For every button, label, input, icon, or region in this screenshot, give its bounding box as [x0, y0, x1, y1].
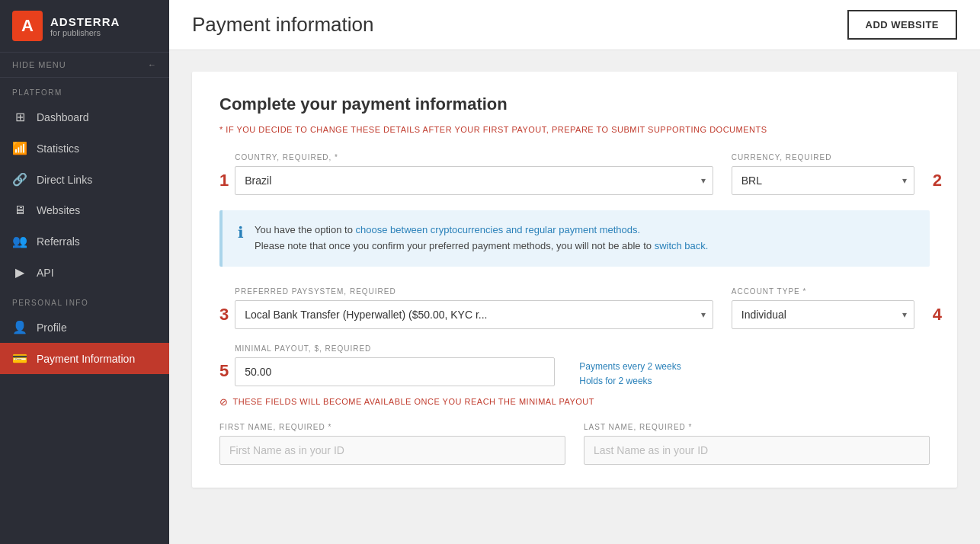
last-name-input[interactable]: [584, 436, 930, 465]
sidebar-item-websites[interactable]: 🖥 Websites: [0, 195, 169, 226]
main-content: Payment information ADD WEBSITE Complete…: [169, 0, 980, 544]
last-name-label: LAST NAME, REQUIRED *: [584, 423, 930, 431]
notice-icon: ⊘: [219, 396, 229, 408]
paysystem-row: 3 PREFERRED PAYSYSTEM, REQUIRED Local Ba…: [219, 285, 930, 329]
payment-form-card: Complete your payment information * IF Y…: [192, 72, 957, 488]
minimal-payout-input[interactable]: [235, 357, 555, 386]
sidebar-item-label: Payment Information: [37, 353, 135, 365]
logo-icon: A: [12, 11, 43, 41]
sidebar-item-label: Profile: [37, 322, 67, 334]
currency-group: CURRENCY, REQUIRED BRL: [732, 153, 914, 195]
info-line2: Please note that once you confirm your p…: [255, 238, 708, 254]
sidebar-item-payment-information[interactable]: 💳 Payment Information: [0, 343, 169, 374]
personal-info-section-label: PERSONAL INFO: [0, 288, 169, 312]
link-icon: 🔗: [12, 172, 27, 187]
hide-menu-button[interactable]: HIDE MENU ←: [0, 53, 169, 78]
country-label: COUNTRY, REQUIRED, *: [235, 153, 713, 162]
sidebar-item-label: API: [37, 267, 54, 279]
arrow-left-icon: ←: [148, 60, 157, 69]
name-row: FIRST NAME, REQUIRED * First Name as in …: [219, 423, 930, 465]
referrals-icon: 👥: [12, 234, 27, 248]
step-3-label: 3: [219, 305, 229, 325]
info-line1: You have the option to choose between cr…: [255, 222, 708, 238]
statistics-icon: 📶: [12, 141, 27, 155]
form-warning: * IF YOU DECIDE TO CHANGE THESE DETAILS …: [219, 125, 930, 134]
dashboard-icon: ⊞: [12, 110, 27, 124]
sidebar: A ADSTERRA for publishers HIDE MENU ← PL…: [0, 0, 169, 544]
sidebar-item-label: Direct Links: [37, 174, 92, 186]
first-name-input[interactable]: [219, 436, 565, 465]
step-2-label: 2: [933, 171, 942, 190]
last-name-group: LAST NAME, REQUIRED * Last Name as in yo…: [584, 423, 930, 465]
add-website-button[interactable]: ADD WEBSITE: [847, 10, 958, 40]
step-4-label: 4: [933, 305, 942, 325]
paysystem-label: PREFERRED PAYSYSTEM, REQUIRED: [235, 287, 713, 296]
info-box-text: You have the option to choose between cr…: [255, 222, 708, 254]
fields-notice-text: THESE FIELDS WILL BECOME AVAILABLE ONCE …: [233, 397, 595, 406]
payment-icon: 💳: [12, 351, 27, 366]
first-name-label: FIRST NAME, REQUIRED *: [219, 423, 565, 431]
monitor-icon: 🖥: [12, 203, 27, 217]
sidebar-item-statistics[interactable]: 📶 Statistics: [0, 133, 169, 164]
sidebar-item-label: Statistics: [37, 142, 79, 155]
currency-select[interactable]: BRL: [732, 166, 914, 195]
payments-every-hint: Payments every 2 weeks: [579, 360, 681, 374]
paysystem-group: PREFERRED PAYSYSTEM, REQUIRED Local Bank…: [235, 287, 713, 329]
sidebar-item-profile[interactable]: 👤 Profile: [0, 312, 169, 343]
holds-hint: Holds for 2 weeks: [579, 374, 681, 389]
api-icon: ▶: [12, 265, 27, 280]
step-5-label: 5: [219, 361, 229, 381]
minimal-payout-group: MINIMAL PAYOUT, $, REQUIRED: [235, 344, 555, 386]
fields-notice: ⊘ THESE FIELDS WILL BECOME AVAILABLE ONC…: [219, 396, 930, 408]
sidebar-item-dashboard[interactable]: ⊞ Dashboard: [0, 101, 169, 133]
form-title: Complete your payment information: [219, 94, 930, 114]
topbar: Payment information ADD WEBSITE: [169, 0, 980, 50]
currency-label: CURRENCY, REQUIRED: [732, 153, 914, 162]
logo-title: ADSTERRA: [50, 15, 120, 28]
sidebar-item-direct-links[interactable]: 🔗 Direct Links: [0, 164, 169, 195]
paysystem-select[interactable]: Local Bank Transfer (Hyperwallet) ($50.0…: [235, 300, 713, 329]
logo-subtitle: for publishers: [50, 28, 120, 37]
country-group: COUNTRY, REQUIRED, * Brazil: [235, 153, 713, 195]
minimal-payout-label: MINIMAL PAYOUT, $, REQUIRED: [235, 344, 555, 353]
step-1-label: 1: [219, 171, 229, 190]
minimal-payout-row: 5 MINIMAL PAYOUT, $, REQUIRED Payments e…: [219, 344, 930, 389]
account-type-group: ACCOUNT TYPE * Individual: [732, 287, 914, 329]
page-title: Payment information: [192, 13, 373, 37]
info-icon: ℹ: [238, 223, 244, 242]
form-content: Complete your payment information * IF Y…: [169, 50, 980, 544]
logo: A ADSTERRA for publishers: [0, 0, 169, 53]
first-name-group: FIRST NAME, REQUIRED * First Name as in …: [219, 423, 565, 465]
sidebar-item-referrals[interactable]: 👥 Referrals: [0, 226, 169, 257]
account-type-label: ACCOUNT TYPE *: [732, 287, 914, 296]
sidebar-item-label: Dashboard: [37, 111, 89, 123]
platform-section-label: PLATFORM: [0, 78, 169, 101]
account-type-select[interactable]: Individual: [732, 300, 914, 329]
hide-menu-label: HIDE MENU: [12, 60, 66, 69]
info-box: ℹ You have the option to choose between …: [219, 210, 930, 267]
payment-hints: Payments every 2 weeks Holds for 2 weeks: [579, 344, 681, 389]
country-select[interactable]: Brazil: [235, 166, 713, 195]
sidebar-item-api[interactable]: ▶ API: [0, 257, 169, 288]
sidebar-item-label: Websites: [37, 204, 80, 216]
profile-icon: 👤: [12, 320, 27, 334]
country-currency-row: 1 COUNTRY, REQUIRED, * Brazil CURRENCY, …: [219, 151, 930, 195]
sidebar-item-label: Referrals: [37, 235, 80, 248]
